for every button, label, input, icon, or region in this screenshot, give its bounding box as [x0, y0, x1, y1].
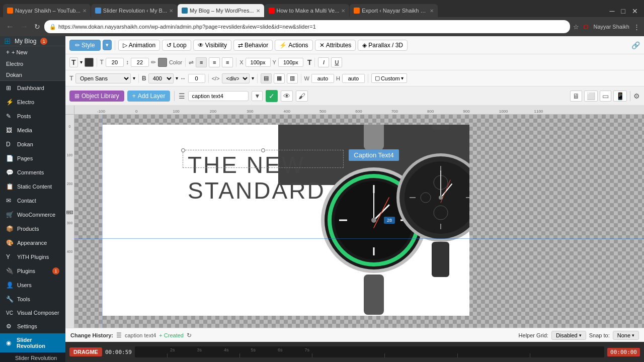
h-input[interactable]: [342, 74, 365, 83]
dragme-btn[interactable]: DRAGME: [69, 347, 102, 356]
dropdown-arrow-t[interactable]: ▾: [80, 59, 83, 65]
sidebar-item-plugins[interactable]: 🔌 Plugins 1: [0, 264, 65, 278]
block-align-1[interactable]: ▤: [261, 73, 272, 83]
font-weight-select[interactable]: 400: [148, 73, 174, 83]
site-name[interactable]: My Blog: [15, 38, 36, 45]
sidebar-item-yith[interactable]: Y YiTH Plugins: [0, 250, 65, 264]
timeline-track[interactable]: 2s 3s 4s 5s 6s 7s: [135, 346, 604, 357]
sidebar-item-electro[interactable]: ⚡ Electro: [0, 95, 65, 109]
settings-gear-icon[interactable]: ⚙: [633, 92, 640, 100]
w-input[interactable]: [311, 74, 334, 83]
sidebar-item-pages[interactable]: 📄 Pages: [0, 151, 65, 165]
animation-tab[interactable]: ▷ Animation: [118, 40, 160, 51]
dropdown-arrow-snap[interactable]: ▾: [632, 333, 634, 338]
address-input[interactable]: 🔒 https://www.dokan.nayyarshaikh.com/wp-…: [44, 20, 570, 33]
tag-select[interactable]: <div>: [222, 73, 250, 83]
sidebar-item-appearance[interactable]: 🎨 Appearance: [0, 236, 65, 250]
letter-spacing-input[interactable]: [188, 74, 205, 83]
align-left-btn[interactable]: ≡: [196, 57, 207, 67]
canvas-viewport[interactable]: Caption Text4 THE NEW STANDARD: [74, 115, 644, 328]
tab-close-5[interactable]: ✕: [430, 8, 434, 14]
actions-tab[interactable]: ⚡ Actions: [275, 40, 312, 51]
block-align-2[interactable]: ▦: [274, 73, 285, 83]
sidebar-item-users[interactable]: 👤 Users: [0, 278, 65, 292]
link-icon[interactable]: 🔗: [631, 41, 640, 49]
custom-dropdown-arrow[interactable]: ▾: [401, 75, 404, 81]
sidebar-item-settings[interactable]: ⚙ Settings: [0, 319, 65, 333]
sidebar-item-slider-revolution[interactable]: ◉ Slider Revolution: [0, 333, 65, 352]
sidebar-item-woocommerce[interactable]: 🛒 WooCommerce: [0, 208, 65, 222]
object-library-btn[interactable]: ⊞ Object Library: [69, 90, 124, 102]
double-arrow-icon[interactable]: ⇌: [189, 59, 194, 66]
toolbar-new[interactable]: + + New: [0, 46, 65, 58]
custom-size-container[interactable]: ▢ Custom ▾: [371, 73, 407, 83]
color-swatch[interactable]: [158, 58, 167, 67]
attributes-tab[interactable]: ✕ Attributes: [315, 40, 356, 51]
hamburger-icon[interactable]: ☰: [179, 92, 185, 100]
maximize-btn[interactable]: □: [618, 7, 628, 15]
style-tab[interactable]: ✏ Style: [69, 40, 101, 51]
tab-close-2[interactable]: ✕: [169, 8, 173, 14]
reload-btn[interactable]: ↻: [32, 22, 42, 32]
sidebar-item-visual-composer[interactable]: VC Visual Composer: [0, 306, 65, 319]
browser-tab-1[interactable]: Nayyar Shaikh – YouTub... ✕: [3, 4, 91, 17]
text-bg-color[interactable]: [85, 58, 94, 67]
toolbar-electro[interactable]: Electro: [0, 58, 65, 69]
tab-close-1[interactable]: ✕: [83, 8, 87, 14]
dropdown-arrow-tag[interactable]: ▾: [252, 75, 254, 81]
filter-icon[interactable]: ▼: [252, 91, 263, 101]
minimize-btn[interactable]: ─: [607, 7, 618, 15]
layer-name-input[interactable]: [188, 91, 249, 101]
sidebar-item-tools[interactable]: 🔧 Tools: [0, 292, 65, 306]
browser-tab-5[interactable]: Export ‹ Nayyar Shaikh —... ✕: [350, 4, 438, 17]
sidebar-item-contact[interactable]: ✉ Contact: [0, 194, 65, 208]
font-size-input[interactable]: [106, 58, 124, 67]
x-input[interactable]: [246, 58, 271, 67]
eye-btn[interactable]: 👁: [281, 90, 293, 102]
sidebar-sub-slider-rev[interactable]: Slider Revolution: [0, 352, 65, 362]
close-btn[interactable]: ✕: [629, 7, 641, 15]
bookmark-icon[interactable]: ☆: [572, 22, 580, 32]
block-align-3[interactable]: ▥: [287, 73, 298, 83]
underline-btn[interactable]: U: [331, 57, 342, 67]
tablet-v-icon[interactable]: ▭: [600, 90, 611, 102]
browser-tab-2[interactable]: Slider Revolution ‹ My B... ✕: [91, 4, 177, 17]
align-right-btn[interactable]: ≡: [222, 57, 233, 67]
back-btn[interactable]: ←: [4, 21, 16, 32]
align-center-btn[interactable]: ≡: [209, 57, 220, 67]
sidebar-item-static-content[interactable]: 📋 Static Content: [0, 179, 65, 194]
behavior-tab[interactable]: ⇄ Behavior: [233, 40, 273, 51]
add-layer-btn[interactable]: + Add Layer: [127, 90, 171, 102]
sidebar-item-dokan[interactable]: D Dokan: [0, 137, 65, 151]
dropdown-arrow-font[interactable]: ▾: [133, 75, 135, 81]
sidebar-item-posts[interactable]: ✎ Posts: [0, 109, 65, 123]
tablet-icon[interactable]: ⬜: [584, 90, 598, 102]
visibility-tab[interactable]: 👁 Visibility: [193, 40, 231, 51]
checkmark-btn[interactable]: ✓: [266, 90, 278, 102]
style-dropdown[interactable]: ▾: [103, 40, 112, 50]
opera-icon[interactable]: O: [582, 22, 589, 32]
font-family-select[interactable]: Open Sans: [75, 73, 131, 83]
italic-btn[interactable]: I: [318, 57, 329, 67]
paint-btn[interactable]: 🖌: [296, 90, 308, 102]
sidebar-item-comments[interactable]: 💬 Comments: [0, 165, 65, 179]
sidebar-item-dashboard[interactable]: ⊞ Dashboard: [0, 81, 65, 95]
handle-tl[interactable]: [181, 148, 185, 152]
disabled-btn[interactable]: Disabled ▾: [551, 331, 586, 340]
sidebar-item-products[interactable]: 📦 Products: [0, 222, 65, 236]
desktop-icon[interactable]: 🖥: [570, 90, 582, 102]
tab-close-4[interactable]: ✕: [341, 8, 345, 14]
refresh-icon[interactable]: ↻: [187, 332, 192, 339]
y-input[interactable]: [278, 58, 303, 67]
extensions-icon[interactable]: ⋮: [633, 23, 640, 31]
browser-tab-3[interactable]: My Blog – My WordPres... ✕: [178, 4, 264, 17]
browser-tab-4[interactable]: How to Make a Multi Ve... ✕: [265, 4, 350, 17]
forward-btn[interactable]: →: [18, 21, 30, 32]
parallax-tab[interactable]: ◈ Parallax / 3D: [358, 40, 408, 51]
dropdown-arrow-helper[interactable]: ▾: [579, 333, 582, 338]
toolbar-dokan[interactable]: Dokan: [0, 69, 65, 81]
loop-tab[interactable]: ↺ Loop: [162, 40, 191, 51]
dropdown-arrow-weight[interactable]: ▾: [176, 75, 178, 81]
line-height-input[interactable]: [131, 58, 149, 67]
tab-close-3[interactable]: ✕: [256, 8, 260, 14]
